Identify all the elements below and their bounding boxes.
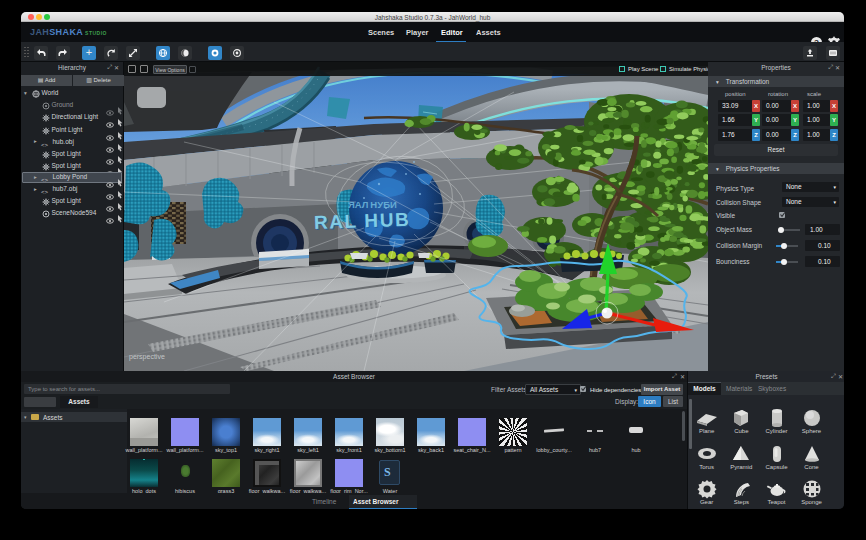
svg-text:ЯАЛ НУБИ: ЯАЛ НУБИ — [348, 199, 397, 210]
svg-text:RAL HUB: RAL HUB — [314, 209, 411, 233]
